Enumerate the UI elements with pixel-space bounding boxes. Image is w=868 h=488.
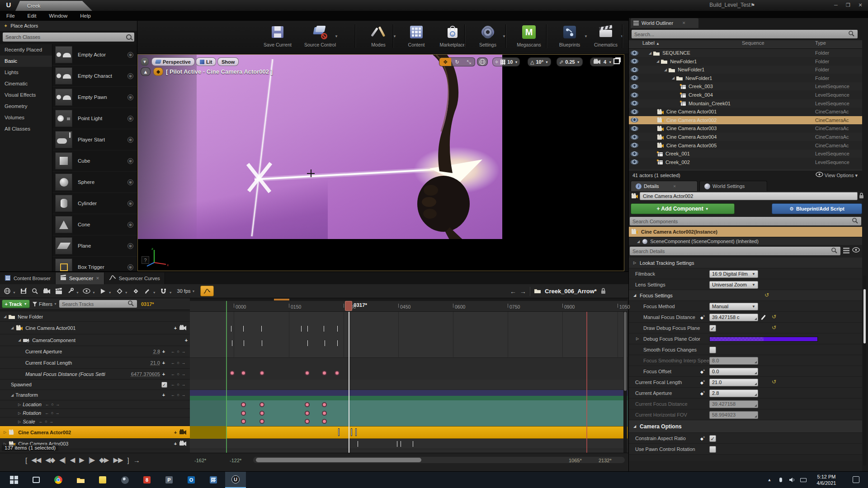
keyframe-nav-icons[interactable]: ← ○ → <box>171 393 190 397</box>
chevron-down-icon[interactable]: ▼ <box>169 291 172 294</box>
reset-to-default-icon[interactable]: ↺ <box>764 292 769 298</box>
nav-back-arrow[interactable]: ← <box>510 288 516 295</box>
reset-to-default-icon[interactable]: ↺ <box>772 379 776 385</box>
add-keyframe-icon[interactable]: ◆+ <box>700 379 704 385</box>
taskbar-icon-unreal[interactable]: U <box>225 472 246 488</box>
sequencer-magnifier-button[interactable] <box>30 286 41 296</box>
place-actor-item-box-trigger[interactable]: Box Trigger◉ <box>52 257 137 271</box>
track-value[interactable]: 6477.370605 <box>131 371 160 377</box>
rotate-tool-button[interactable]: ↻ <box>451 58 463 66</box>
chevron-down-icon[interactable]: ▼ <box>76 291 79 294</box>
property-row-constrain-aspect-ratio[interactable]: Constrain Aspect Ratio◆+✓ <box>629 433 862 444</box>
checkbox-property-row-constrain-aspect-ratio[interactable]: ✓ <box>709 435 716 442</box>
keyframe-dot[interactable] <box>241 411 246 416</box>
dropdown-property-row-focus-method[interactable]: Manual▼ <box>709 303 758 310</box>
maximize-viewport-button[interactable] <box>613 58 620 64</box>
blueprint-add-script-button[interactable]: ⚙Blueprint/Add Script <box>772 203 862 214</box>
keyframe-dot[interactable] <box>322 411 327 416</box>
class-doc-icon[interactable]: ◉ <box>127 73 133 79</box>
taskbar-icon-chrome[interactable] <box>48 472 69 488</box>
component-row-inherited[interactable]: ◢SceneComponent (SceneComponent) (Inheri… <box>629 238 862 245</box>
place-actor-item-point-light[interactable]: Point Light◉ <box>52 108 137 129</box>
expand-arrow-icon[interactable]: ◢ <box>4 314 6 319</box>
world-local-toggle[interactable] <box>477 57 488 66</box>
grid-snap-value[interactable]: 10 <box>507 59 513 65</box>
fps-dropdown[interactable]: 30 fps▼ <box>177 288 195 294</box>
keyframe-tick[interactable] <box>337 325 338 332</box>
keyframe-dot[interactable] <box>259 402 264 407</box>
keyframe-tick[interactable] <box>337 340 338 347</box>
nav-forward-arrow[interactable]: → <box>520 288 526 295</box>
search-components-input[interactable]: Search Components <box>630 217 861 225</box>
help-box[interactable]: ? <box>142 256 149 264</box>
visibility-eye-icon[interactable] <box>631 160 638 164</box>
outliner-row-cine-camera-actor004[interactable]: Cine Camera Actor004CineCameraAc <box>629 133 862 141</box>
camera-speed-value[interactable]: 4 <box>604 59 606 65</box>
property-row-draw-debug-focus-plane[interactable]: Draw Debug Focus Plane✓↺ <box>629 323 862 333</box>
column-sequence[interactable]: Sequence <box>742 40 764 46</box>
keyframe-dot[interactable] <box>322 402 327 407</box>
track-row-manual-focus-distance-focus-setti[interactable]: Manual Focus Distance (Focus Setti6477.3… <box>0 369 190 380</box>
toolbar-button-blueprints[interactable]: ▼Blueprints <box>551 24 589 47</box>
keyframe-nav-icons[interactable]: ← ○ → <box>171 372 190 376</box>
sequencer-diamond-tag-button[interactable] <box>130 286 141 296</box>
field-property-row-current-horizontal-fov[interactable]: 58.994923 <box>709 411 758 419</box>
property-row-lens-settings[interactable]: Lens SettingsUniversal Zoom▼ <box>629 279 862 290</box>
taskbar-icon-excel-grid[interactable] <box>203 472 224 488</box>
collapse-arrow-icon[interactable]: ▷ <box>18 411 21 415</box>
add-keyframe-icon[interactable]: ◆+ <box>700 435 704 441</box>
keyframe-tick[interactable] <box>357 441 359 447</box>
toolbar-button-settings[interactable]: ▼Settings <box>469 24 507 47</box>
add-keyframe-icon[interactable]: ◆+ <box>700 368 704 374</box>
surface-snap-icon[interactable]: ✧ <box>495 59 499 65</box>
keyframe-dot[interactable] <box>305 411 310 416</box>
keyframe-dot[interactable] <box>322 371 327 375</box>
collapse-arrow-icon[interactable]: ▷ <box>18 403 21 407</box>
taskbar-icon-start[interactable] <box>4 472 24 488</box>
sequencer-pencil-button[interactable] <box>142 286 153 296</box>
transport-jump-forward-button[interactable]: ▶▶ <box>113 456 123 464</box>
tab-content-browser[interactable]: Content Browser <box>0 272 56 284</box>
field-property-row-current-aperture[interactable]: 2.8 <box>709 389 758 397</box>
sequencer-globe-button[interactable] <box>2 286 13 296</box>
move-tool-button[interactable]: ✥ <box>439 58 451 66</box>
expand-arrow-icon[interactable]: ◢ <box>18 338 21 342</box>
menu-window[interactable]: Window <box>42 13 74 19</box>
field-property-row-manual-focus-distance[interactable]: 39.427158 c <box>709 314 758 321</box>
expand-arrow-icon[interactable]: ◢ <box>664 68 667 72</box>
add-keyframe-plus-icon[interactable]: + <box>160 371 167 377</box>
property-row-current-focal-length[interactable]: Current Focal Length◆+21.0↺ <box>629 377 862 388</box>
place-actor-item-empty-charact[interactable]: Empty Charact◉ <box>52 66 137 87</box>
transport-play-button[interactable]: ▶ <box>79 456 84 464</box>
taskbar-icon-task-view[interactable] <box>26 472 47 488</box>
keyframe-dot[interactable] <box>335 371 340 375</box>
keyframe-nav-icons[interactable]: ← ○ → <box>171 361 190 365</box>
track-row-transform[interactable]: ◢Transform+← ○ → <box>0 390 190 400</box>
property-row-current-horizontal-fov[interactable]: Current Horizontal FOV58.994923 <box>629 409 862 420</box>
visibility-eye-icon[interactable] <box>631 67 638 72</box>
outliner-row-cine-camera-actor003[interactable]: Cine Camera Actor003CineCameraAc <box>629 124 862 132</box>
chevron-down-icon[interactable]: ▼ <box>577 61 580 64</box>
expand-arrow-icon[interactable]: ◢ <box>649 51 651 55</box>
close-icon[interactable]: ✕ <box>682 21 686 25</box>
taskbar-icon-sticky-notes[interactable] <box>92 472 113 488</box>
keyframe-dot[interactable] <box>241 419 246 424</box>
add-section-icon[interactable]: + <box>183 338 190 343</box>
menu-help[interactable]: Help <box>74 13 97 19</box>
keyframe-dot[interactable] <box>230 371 235 375</box>
outliner-row-creek_001[interactable]: Creek_001LevelSequence <box>629 150 862 158</box>
class-doc-icon[interactable]: ◉ <box>127 137 133 143</box>
menu-edit[interactable]: Edit <box>21 13 43 19</box>
place-actor-item-cylinder[interactable]: Cylinder◉ <box>52 193 137 214</box>
level-tab[interactable]: Creek <box>15 1 92 11</box>
place-actor-item-sphere[interactable]: Sphere◉ <box>52 172 137 193</box>
window-button-0[interactable]: ─ <box>830 1 842 9</box>
collapse-arrow-icon[interactable]: ◢ <box>633 424 636 428</box>
expand-arrow-icon[interactable]: ◢ <box>656 59 659 63</box>
close-icon[interactable]: ✕ <box>673 184 676 188</box>
chevron-down-icon[interactable]: ▼ <box>153 291 156 294</box>
camera-speed-icon[interactable] <box>593 58 601 66</box>
sequencer-save-star-button[interactable]: * <box>18 286 29 296</box>
expand-arrow-icon[interactable]: ▷ <box>636 337 639 341</box>
add-keyframe-plus-icon[interactable]: + <box>160 349 167 354</box>
